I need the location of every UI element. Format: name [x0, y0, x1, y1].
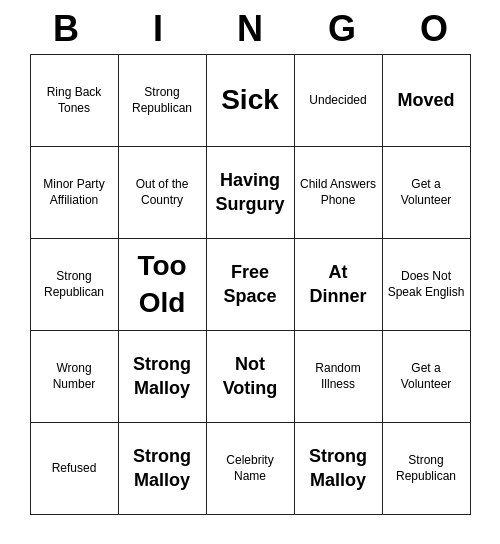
cell-r1-c4: Get a Volunteer — [383, 147, 471, 239]
cell-r4-c1: Strong Malloy — [119, 423, 207, 515]
cell-r4-c4: Strong Republican — [383, 423, 471, 515]
cell-r2-c0: Strong Republican — [31, 239, 119, 331]
cell-text: Random Illness — [299, 361, 378, 392]
cell-text: Out of the Country — [123, 177, 202, 208]
cell-text: Undecided — [309, 93, 366, 109]
cell-r3-c3: Random Illness — [295, 331, 383, 423]
cell-r1-c1: Out of the Country — [119, 147, 207, 239]
cell-text: Moved — [397, 89, 454, 112]
cell-text: Get a Volunteer — [387, 361, 466, 392]
cell-r3-c0: Wrong Number — [31, 331, 119, 423]
bingo-letter: I — [114, 8, 202, 50]
bingo-letter: G — [298, 8, 386, 50]
bingo-header: BINGO — [20, 0, 480, 54]
cell-r0-c4: Moved — [383, 55, 471, 147]
cell-text: Sick — [221, 82, 279, 118]
cell-r4-c2: Celebrity Name — [207, 423, 295, 515]
cell-r1-c0: Minor Party Affiliation — [31, 147, 119, 239]
cell-text: Celebrity Name — [211, 453, 290, 484]
cell-text: Does Not Speak English — [387, 269, 466, 300]
bingo-grid: Ring Back TonesStrong RepublicanSickUnde… — [30, 54, 471, 515]
cell-r0-c0: Ring Back Tones — [31, 55, 119, 147]
cell-text: Strong Republican — [35, 269, 114, 300]
cell-text: Wrong Number — [35, 361, 114, 392]
cell-text: Having Surgury — [211, 169, 290, 216]
cell-text: Too Old — [123, 248, 202, 321]
cell-text: Strong Republican — [123, 85, 202, 116]
cell-r3-c1: Strong Malloy — [119, 331, 207, 423]
cell-r2-c1: Too Old — [119, 239, 207, 331]
cell-text: Strong Republican — [387, 453, 466, 484]
cell-r3-c2: Not Voting — [207, 331, 295, 423]
cell-r3-c4: Get a Volunteer — [383, 331, 471, 423]
cell-text: Strong Malloy — [123, 353, 202, 400]
cell-text: Refused — [52, 461, 97, 477]
cell-r0-c1: Strong Republican — [119, 55, 207, 147]
bingo-letter: N — [206, 8, 294, 50]
cell-r2-c2: Free Space — [207, 239, 295, 331]
cell-text: Get a Volunteer — [387, 177, 466, 208]
cell-text: Not Voting — [211, 353, 290, 400]
cell-r0-c2: Sick — [207, 55, 295, 147]
cell-r1-c2: Having Surgury — [207, 147, 295, 239]
cell-text: Strong Malloy — [299, 445, 378, 492]
bingo-letter: O — [390, 8, 478, 50]
bingo-letter: B — [22, 8, 110, 50]
cell-text: At Dinner — [299, 261, 378, 308]
cell-text: Ring Back Tones — [35, 85, 114, 116]
cell-r0-c3: Undecided — [295, 55, 383, 147]
cell-r2-c3: At Dinner — [295, 239, 383, 331]
cell-text: Strong Malloy — [123, 445, 202, 492]
cell-r2-c4: Does Not Speak English — [383, 239, 471, 331]
cell-text: Minor Party Affiliation — [35, 177, 114, 208]
cell-r4-c3: Strong Malloy — [295, 423, 383, 515]
cell-r4-c0: Refused — [31, 423, 119, 515]
cell-text: Free Space — [211, 261, 290, 308]
cell-text: Child Answers Phone — [299, 177, 378, 208]
cell-r1-c3: Child Answers Phone — [295, 147, 383, 239]
